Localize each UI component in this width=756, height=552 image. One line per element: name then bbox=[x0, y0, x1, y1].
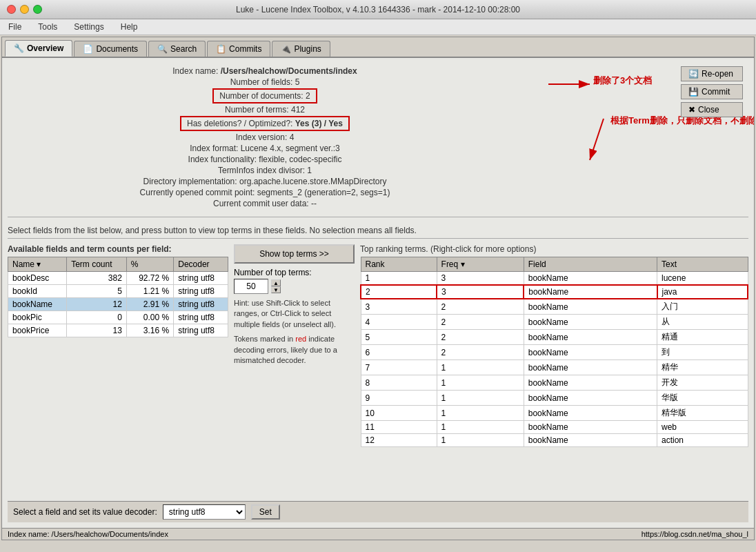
divider bbox=[8, 217, 748, 217]
text: action bbox=[657, 434, 748, 447]
table-row[interactable]: bookId 5 1.21 % string utf8 bbox=[8, 285, 228, 298]
annotation-text-1: 删除了3个文档 bbox=[593, 75, 652, 87]
content-area: Index name: /Users/healchow/Documents/in… bbox=[2, 58, 754, 528]
documents-icon: 📄 bbox=[83, 44, 93, 54]
menu-bar: File Tools Settings Help bbox=[0, 19, 756, 35]
commit-label: Commit bbox=[702, 87, 730, 97]
set-button[interactable]: Set bbox=[251, 504, 280, 520]
field: bookName bbox=[524, 421, 657, 434]
freq: 1 bbox=[437, 391, 524, 406]
title-bar: Luke - Lucene Index Toolbox, v 4.10.3 16… bbox=[0, 0, 756, 19]
table-row[interactable]: 5 2 bookName 精通 bbox=[361, 330, 748, 345]
menu-file[interactable]: File bbox=[6, 21, 24, 33]
commitpoint-value: segments_2 (generation=2, segs=1) bbox=[257, 188, 390, 197]
col-freq: Freq ▾ bbox=[437, 257, 524, 272]
text: 华版 bbox=[657, 391, 748, 406]
close-window-btn[interactable] bbox=[7, 5, 16, 14]
table-row[interactable]: bookPrice 13 3.16 % string utf8 bbox=[8, 324, 228, 337]
text: 到 bbox=[657, 345, 748, 360]
spinner-down[interactable]: ▼ bbox=[271, 286, 281, 293]
table-row[interactable]: 3 2 bookName 入门 bbox=[361, 299, 748, 315]
field: bookName bbox=[524, 285, 657, 299]
term-count: 13 bbox=[67, 324, 127, 337]
text: 精通 bbox=[657, 330, 748, 345]
show-top-terms-button[interactable]: Show top terms >> bbox=[234, 244, 355, 264]
minimize-btn[interactable] bbox=[20, 5, 29, 14]
tab-commits-label: Commits bbox=[229, 44, 261, 54]
commit-button[interactable]: 💾 Commit bbox=[681, 84, 743, 99]
text: 入门 bbox=[657, 299, 748, 315]
table-row[interactable]: 1 3 bookName lucene bbox=[361, 272, 748, 286]
field: bookName bbox=[524, 434, 657, 447]
table-row[interactable]: 8 1 bookName 开发 bbox=[361, 375, 748, 391]
top-terms-label: Number of top terms: bbox=[234, 268, 355, 277]
table-row[interactable]: bookDesc 382 92.72 % string utf8 bbox=[8, 272, 228, 285]
tab-overview[interactable]: 🔧 Overview bbox=[5, 40, 72, 57]
tab-plugins[interactable]: 🔌 Plugins bbox=[272, 41, 330, 57]
table-row[interactable]: bookName 12 2.91 % string utf8 bbox=[8, 298, 228, 311]
decoder-select[interactable]: string utf8 bbox=[163, 504, 246, 520]
table-row[interactable]: 2 3 bookName java bbox=[361, 285, 748, 299]
status-right-text: https://blog.csdn.net/ma_shou_l bbox=[641, 530, 748, 538]
reopen-label: Re-open bbox=[702, 69, 733, 79]
table-row[interactable]: 10 1 bookName 精华版 bbox=[361, 406, 748, 421]
status-index-path: Index name: /Users/healchow/Documents/in… bbox=[8, 530, 168, 538]
table-row[interactable]: 7 1 bookName 精华 bbox=[361, 360, 748, 375]
format-row: Index format: Lucene 4.x, segment ver.:3 bbox=[190, 144, 339, 153]
red-text: red bbox=[295, 335, 306, 343]
rank: 9 bbox=[361, 391, 437, 406]
decoder: string utf8 bbox=[174, 298, 228, 311]
freq: 2 bbox=[437, 330, 524, 345]
fields-row: Number of fields: 5 bbox=[230, 77, 300, 87]
term-count: 0 bbox=[67, 311, 127, 324]
freq: 2 bbox=[437, 345, 524, 360]
col-name[interactable]: Name ▾ bbox=[8, 257, 67, 272]
table-row[interactable]: 12 1 bookName action bbox=[361, 434, 748, 447]
tab-documents[interactable]: 📄 Documents bbox=[74, 41, 147, 57]
menu-tools[interactable]: Tools bbox=[35, 21, 60, 33]
field: bookName bbox=[524, 406, 657, 421]
decoder: string utf8 bbox=[174, 324, 228, 337]
deletions-row: Has deletions? / Optimized?: Yes (3) / Y… bbox=[180, 116, 350, 131]
tab-search[interactable]: 🔍 Search bbox=[148, 41, 206, 57]
commitdata-value: -- bbox=[311, 199, 317, 208]
table-row[interactable]: 6 2 bookName 到 bbox=[361, 345, 748, 360]
maximize-btn[interactable] bbox=[33, 5, 42, 14]
close-button[interactable]: ✖ Close bbox=[681, 102, 743, 117]
menu-settings[interactable]: Settings bbox=[71, 21, 106, 33]
table-row[interactable]: 4 2 bookName 从 bbox=[361, 315, 748, 330]
field: bookName bbox=[524, 360, 657, 375]
spinner-up[interactable]: ▲ bbox=[271, 279, 281, 286]
field: bookName bbox=[524, 345, 657, 360]
fields-panel-title: Available fields and term counts per fie… bbox=[8, 244, 228, 254]
rank: 2 bbox=[361, 285, 437, 299]
percent: 2.91 % bbox=[126, 298, 173, 311]
reopen-button[interactable]: 🔄 Re-open bbox=[681, 66, 743, 81]
rank: 4 bbox=[361, 315, 437, 330]
table-row[interactable]: 11 1 bookName web bbox=[361, 421, 748, 434]
percent: 0.00 % bbox=[126, 311, 173, 324]
freq: 1 bbox=[437, 421, 524, 434]
status-bar: Index name: /Users/healchow/Documents/in… bbox=[2, 528, 754, 540]
spinner-input: 50 ▲ ▼ bbox=[234, 279, 355, 294]
tab-overview-label: Overview bbox=[27, 43, 63, 53]
term-count: 12 bbox=[67, 298, 127, 311]
top-terms-value[interactable]: 50 bbox=[234, 279, 268, 294]
directory-row: Directory implementation: org.apache.luc… bbox=[143, 177, 387, 186]
field: bookName bbox=[524, 272, 657, 286]
hint-text: Hint: use Shift-Click to select ranges, … bbox=[234, 298, 355, 330]
tab-commits[interactable]: 📋 Commits bbox=[207, 41, 270, 57]
field: bookName bbox=[524, 375, 657, 391]
table-row[interactable]: 9 1 bookName 华版 bbox=[361, 391, 748, 406]
field-name: bookPrice bbox=[8, 324, 67, 337]
table-row[interactable]: bookPic 0 0.00 % string utf8 bbox=[8, 311, 228, 324]
search-icon: 🔍 bbox=[157, 44, 168, 54]
field: bookName bbox=[524, 315, 657, 330]
field: bookName bbox=[524, 391, 657, 406]
number-input-row: Number of top terms: 50 ▲ ▼ bbox=[234, 268, 355, 294]
menu-help[interactable]: Help bbox=[118, 21, 141, 33]
text: 精华版 bbox=[657, 406, 748, 421]
percent: 1.21 % bbox=[126, 285, 173, 298]
info-grid: Index name: /Users/healchow/Documents/in… bbox=[8, 63, 522, 211]
close-icon: ✖ bbox=[688, 105, 695, 115]
